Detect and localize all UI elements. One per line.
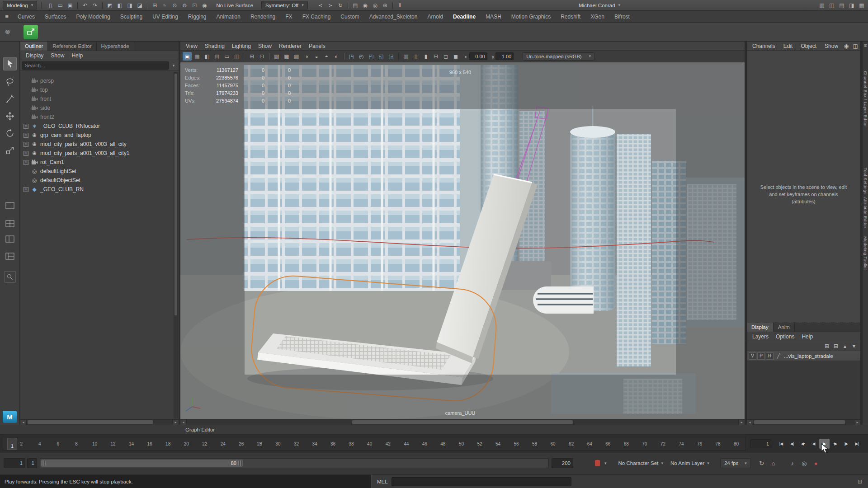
menu-tab-sculpting[interactable]: Sculpting: [115, 11, 147, 22]
gate-mask-icon[interactable]: ▮: [421, 52, 430, 61]
expand-toggle-icon[interactable]: +: [24, 160, 28, 165]
play-forwards-icon[interactable]: ▶: [819, 439, 830, 449]
outliner-menu-display[interactable]: Display: [22, 52, 47, 59]
overscanned-view-icon[interactable]: ⊡: [257, 52, 266, 61]
scroll-right-icon[interactable]: ▸: [854, 420, 860, 425]
x-ray-icon[interactable]: ◱: [377, 52, 386, 61]
playback-loop-icon[interactable]: ↻: [756, 458, 767, 468]
current-frame-field[interactable]: 1: [750, 439, 771, 448]
strip-channel-box-layer-editor[interactable]: Channel Box / Layer Editor: [863, 71, 868, 127]
layer-color-icon[interactable]: ╱: [775, 353, 782, 359]
multisample-aa-icon[interactable]: ◳: [347, 52, 356, 61]
menu-tab-surfaces[interactable]: Surfaces: [40, 11, 71, 22]
auto-keyframe-icon[interactable]: ●: [811, 458, 821, 468]
playback-start-field[interactable]: 1: [27, 458, 37, 468]
safe-action-icon[interactable]: ◻: [441, 52, 450, 61]
outliner-item-persp[interactable]: persp: [20, 76, 179, 85]
screen-space-ao-icon[interactable]: ◓: [322, 52, 331, 61]
render-current-frame-icon[interactable]: ◉: [361, 1, 370, 9]
select-hierarchy-mode-icon[interactable]: ◪: [135, 1, 144, 9]
snap-to-view-plane-icon[interactable]: ⊡: [190, 1, 199, 9]
layer-name[interactable]: ...vis_laptop_stradale: [784, 353, 833, 359]
move-layer-down-icon[interactable]: ▾: [849, 342, 859, 350]
viewport-menu-lighting[interactable]: Lighting: [228, 43, 255, 49]
open-render-view-icon[interactable]: ▤: [351, 1, 360, 9]
exposure-control[interactable]: ◐ 0.00: [465, 52, 487, 60]
outliner-item-front2[interactable]: front2: [20, 113, 179, 122]
anim-layer-dropdown[interactable]: No Anim Layer ▾: [670, 460, 709, 466]
redo-icon[interactable]: ↷: [90, 1, 99, 9]
scroll-left-icon[interactable]: ◂: [180, 420, 187, 425]
strip-modeling-toolkit[interactable]: Modeling Toolkit: [863, 236, 868, 270]
menu-tab-advanced-skeleton[interactable]: Advanced_Skeleton: [364, 11, 423, 22]
workspace-menu-icon[interactable]: ≡: [1, 11, 13, 22]
strip-attribute-editor[interactable]: Attribute Editor: [863, 197, 868, 228]
toggle-attribute-editor-icon[interactable]: ◨: [847, 1, 856, 9]
outliner-horizontal-scrollbar[interactable]: ◂ ▸: [20, 419, 179, 425]
select-object-mode-icon[interactable]: ◧: [115, 1, 124, 9]
fps-dropdown[interactable]: 24 fps ▾: [720, 458, 751, 468]
expand-toggle-icon[interactable]: +: [24, 142, 28, 147]
layer-editor-menu-help[interactable]: Help: [798, 333, 816, 340]
animation-end-field[interactable]: 200: [552, 458, 573, 468]
scrollbar-track[interactable]: [753, 420, 854, 425]
move-layer-up-icon[interactable]: ▴: [840, 342, 849, 350]
bookmark-menu-icon[interactable]: ▾: [604, 461, 607, 465]
image-plane-icon[interactable]: ◫: [232, 52, 241, 61]
viewport-menu-renderer[interactable]: Renderer: [275, 43, 305, 49]
go-to-start-icon[interactable]: |◀: [776, 439, 786, 449]
no-scrub-sound-icon[interactable]: ◎: [799, 458, 810, 468]
resolution-gate-icon[interactable]: ▯: [411, 52, 420, 61]
channel-box-menu-object[interactable]: Object: [797, 43, 820, 49]
construction-history-icon[interactable]: ↻: [336, 1, 345, 9]
layer-editor-menu-layers[interactable]: Layers: [749, 333, 772, 340]
motion-blur-icon[interactable]: ◐: [332, 52, 341, 61]
rotate-tool-button[interactable]: [3, 127, 17, 140]
animation-preferences-icon[interactable]: ⌂: [768, 458, 779, 468]
layer-visibility-toggle[interactable]: V: [749, 352, 756, 360]
x-ray-joints-icon[interactable]: ◲: [387, 52, 396, 61]
viewport-menu-view[interactable]: View: [182, 43, 201, 49]
layer-display-type-toggle[interactable]: R: [766, 352, 774, 360]
outliner-item-mod-city-parts-a001-v003-all-city1[interactable]: +⊕mod_city_parts_a001_v003_all_city1: [20, 149, 179, 158]
outliner-menu-show[interactable]: Show: [47, 52, 68, 59]
step-back-frame-icon[interactable]: ◀|: [787, 439, 797, 449]
range-start-handle[interactable]: [42, 460, 46, 466]
camera-select-icon[interactable]: ▦: [193, 52, 202, 61]
paint-select-tool-button[interactable]: [3, 92, 17, 106]
lasso-tool-button[interactable]: [3, 75, 17, 89]
strip-tool-settings[interactable]: Tool Settings: [863, 168, 868, 195]
toggle-modeling-toolkit-icon[interactable]: ▥: [817, 1, 826, 9]
outliner-item-front[interactable]: front: [20, 94, 179, 103]
make-object-live-icon[interactable]: ◉: [200, 1, 209, 9]
scrollbar-handle[interactable]: [352, 420, 573, 424]
bookmark-icon[interactable]: [595, 460, 600, 466]
expand-toggle-icon[interactable]: +: [24, 187, 28, 192]
outliner-item-grp-cam-and-laptop[interactable]: +⊕grp_cam_and_laptop: [20, 131, 179, 140]
save-scene-icon[interactable]: ▣: [66, 1, 75, 9]
step-back-key-icon[interactable]: ◀•: [797, 439, 808, 449]
outliner-item-rot-cam1[interactable]: +rot_Cam1: [20, 158, 179, 167]
expand-toggle-icon[interactable]: +: [24, 151, 28, 156]
search-input[interactable]: Search...: [22, 61, 169, 70]
select-tool-button[interactable]: [3, 57, 17, 70]
menu-tab-poly-modeling[interactable]: Poly Modeling: [71, 11, 115, 22]
range-slider[interactable]: 80: [40, 458, 549, 468]
scroll-left-icon[interactable]: ◂: [747, 420, 753, 425]
menu-tab-xgen[interactable]: XGen: [585, 11, 609, 22]
copy-tab-icon[interactable]: ◫: [851, 42, 860, 50]
layout-single-pane-button[interactable]: [4, 201, 16, 211]
layer-editor-scrollbar[interactable]: ◂ ▸: [747, 419, 860, 425]
camera-attributes-icon[interactable]: ▤: [212, 52, 222, 61]
scrollbar-handle[interactable]: [754, 420, 845, 424]
select-tool-mode-icon[interactable]: ◩: [105, 1, 114, 9]
current-frame-indicator[interactable]: 1: [7, 438, 17, 450]
pin-panel-icon[interactable]: ◉: [842, 42, 851, 50]
open-scene-icon[interactable]: ▭: [56, 1, 65, 9]
step-forward-frame-icon[interactable]: |▶: [841, 439, 851, 449]
viewport-horizontal-scrollbar[interactable]: ◂ ▸: [180, 419, 745, 425]
selected-view-mode-icon[interactable]: ▣: [183, 52, 192, 61]
panel-tab-reference-editor[interactable]: Reference Editor: [48, 42, 96, 51]
playback-range[interactable]: 80: [41, 460, 243, 467]
layout-two-pane-button[interactable]: [4, 234, 16, 244]
